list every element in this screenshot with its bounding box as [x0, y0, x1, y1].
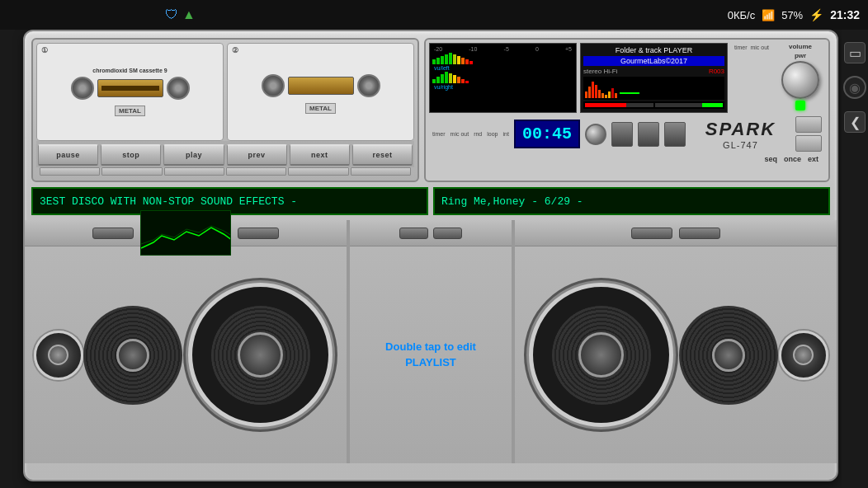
- deck1-number: ①: [41, 46, 48, 54]
- right-woofer-large: [521, 283, 681, 427]
- sub-btn-1[interactable]: [40, 167, 100, 176]
- woofer-small-left: [92, 314, 174, 396]
- vu-bar: [453, 54, 456, 64]
- rnd-label: rnd: [474, 131, 482, 137]
- left-speakers-row: [25, 246, 347, 463]
- clock: 21:32: [830, 8, 860, 21]
- green-line: [620, 92, 639, 94]
- right-handle-2: [679, 228, 720, 239]
- deck2-reel-left: [262, 74, 285, 97]
- int-label: int: [502, 131, 508, 137]
- sub-btn-2[interactable]: [101, 167, 162, 176]
- woofer-large-left: [188, 283, 333, 427]
- right-tweeter: [776, 331, 830, 380]
- signal-icon: 📶: [762, 9, 775, 21]
- stereo-slider-area: [583, 101, 724, 109]
- prev-button[interactable]: prev: [227, 144, 287, 166]
- vu-bar: [449, 73, 452, 83]
- tweeter-unit-right: [779, 331, 828, 380]
- pwr-label: pwr: [795, 52, 806, 59]
- brand-model: GL-747: [723, 140, 758, 150]
- woofer-cap-large-left: [238, 332, 283, 378]
- left-woofer-small: [92, 314, 174, 396]
- center-handle-2: [433, 228, 462, 239]
- center-top-bar: [350, 220, 512, 246]
- player-controls-col: timer mic out: [731, 43, 772, 113]
- maps-icon: ▲: [182, 7, 196, 22]
- vu-left-bars: [432, 52, 573, 65]
- network-speed: 0КБ/с: [728, 9, 755, 21]
- side-btn-top[interactable]: [795, 116, 822, 133]
- woofer-cap-small-left: [116, 339, 149, 372]
- status-bar: 🛡 ▲ 0КБ/с 📶 57% ⚡ 21:32: [0, 0, 868, 30]
- left-woofer-large: [181, 283, 340, 427]
- track-info-display: Ring Me,Honey - 6/29 -: [433, 187, 830, 215]
- status-right: 0КБ/с 📶 57% ⚡ 21:32: [728, 8, 860, 21]
- tweeter-unit-left: [34, 331, 83, 380]
- vu-meter: -20-10-50+5 vu/l: [429, 43, 577, 113]
- toggle-btn-1[interactable]: [611, 122, 633, 147]
- deck2-tape-window: [288, 77, 354, 95]
- right-woofer-small: [687, 314, 770, 396]
- vu-bar: [432, 59, 436, 64]
- deck2-number: ②: [232, 46, 238, 54]
- playlist-area[interactable]: Double tap to edit PLAYLIST: [377, 246, 484, 463]
- brand-spark: SPARK: [705, 119, 776, 140]
- deck1-reels-area: [71, 77, 190, 100]
- sub-btn-6[interactable]: [351, 167, 411, 176]
- volume-knob-area: volume pwr: [776, 43, 825, 113]
- vu-scale-top: -20-10-50+5: [432, 46, 573, 52]
- double-tap-text: Double tap to edit: [385, 340, 476, 353]
- back-button[interactable]: ❮: [844, 111, 866, 133]
- sub-buttons-row: [36, 167, 414, 177]
- right-speaker-top-bar: [515, 220, 837, 246]
- deck1-reel-left: [71, 77, 94, 100]
- side-btn-bottom[interactable]: [795, 135, 822, 152]
- left-tweeter: [31, 331, 85, 380]
- toggle-btn-3[interactable]: [664, 122, 686, 147]
- shield-icon: 🛡: [165, 7, 178, 22]
- vu-bar: [449, 53, 452, 64]
- sub-btn-4[interactable]: [226, 167, 286, 176]
- stereo-fill-right: [702, 103, 723, 107]
- deck1-reel-right: [167, 77, 190, 100]
- vu-bar: [457, 56, 460, 64]
- deck1-tape-strip: [101, 86, 159, 91]
- sub-btn-5[interactable]: [288, 167, 348, 176]
- vu-bar: [441, 74, 444, 83]
- sub-btn-3[interactable]: [164, 167, 224, 176]
- timer-label: timer: [734, 45, 748, 50]
- fingerprint-icon[interactable]: ◉: [843, 76, 866, 99]
- freq-bar: [611, 88, 614, 98]
- play-button[interactable]: play: [163, 144, 224, 166]
- left-handle-1: [92, 228, 134, 239]
- track-info-text: Ring Me,Honey - 6/29 -: [441, 195, 583, 208]
- deck1-type: METAL: [115, 106, 145, 116]
- stop-button[interactable]: stop: [101, 144, 161, 166]
- vu-left-label: vu/left: [432, 65, 573, 71]
- freq-bar: [595, 85, 597, 98]
- toggle-btn-2[interactable]: [638, 122, 659, 147]
- vu-bar: [445, 54, 448, 64]
- mic-label: mic out: [451, 131, 469, 137]
- freq-bar: [605, 95, 607, 98]
- side-buttons: [795, 116, 822, 152]
- pause-button[interactable]: pause: [38, 144, 98, 166]
- vu-bar: [469, 61, 473, 64]
- freq-bar: [608, 92, 611, 98]
- control-knob-1[interactable]: [585, 124, 606, 145]
- vu-bar: [465, 59, 469, 64]
- next-button[interactable]: next: [290, 144, 350, 166]
- loop-label: loop: [487, 131, 498, 137]
- right-speaker-panel: [513, 220, 837, 463]
- deck2-reel-right: [357, 74, 380, 97]
- center-panel: Double tap to edit PLAYLIST: [348, 220, 513, 463]
- buttons-row: pause stop play prev next reset: [36, 141, 414, 167]
- volume-knob[interactable]: [781, 61, 819, 99]
- reset-button[interactable]: reset: [352, 144, 413, 166]
- tape-deck-1: ① chromdioxid SM cassette 9 METAL: [36, 43, 224, 141]
- timer-display: 00:45: [514, 120, 580, 148]
- woofer-cap-small-right: [712, 339, 745, 372]
- freq-display: [583, 77, 724, 100]
- tablet-mode-button[interactable]: ▭: [844, 42, 866, 63]
